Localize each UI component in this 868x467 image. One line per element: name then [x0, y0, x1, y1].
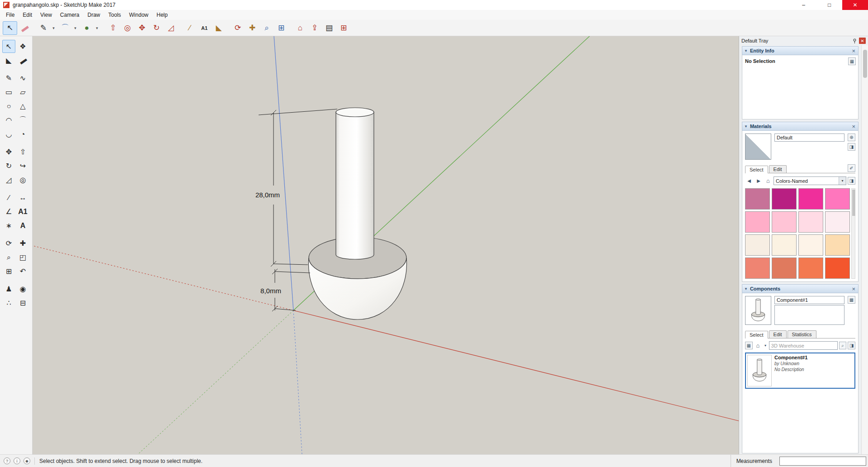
viewport[interactable]: 28,0mm 8,0mm [33, 36, 739, 454]
back-button[interactable]: ◀ [745, 177, 753, 185]
push-pull-tool-button[interactable]: ⇧ [106, 21, 120, 35]
forward-button[interactable]: ▶ [755, 177, 763, 185]
color-swatch[interactable] [798, 257, 823, 279]
components-tab-statistics[interactable]: Statistics [788, 330, 816, 338]
user-icon[interactable]: ☻ [24, 457, 30, 464]
position-camera-tool[interactable]: ♟ [2, 282, 15, 295]
color-swatch[interactable] [825, 234, 850, 256]
color-swatch[interactable] [825, 257, 850, 279]
dimension-8mm[interactable]: 8,0mm [260, 269, 310, 311]
view-options-button[interactable]: ▦ [745, 342, 753, 349]
maximize-button[interactable]: □ [816, 0, 842, 10]
color-swatch[interactable] [745, 211, 770, 233]
component-description-box[interactable] [774, 305, 844, 325]
menu-draw[interactable]: Draw [84, 10, 104, 19]
dimension-tool[interactable]: ↔ [16, 191, 29, 204]
tape-measure-tool-button[interactable]: ∕ [183, 21, 197, 35]
paint-bucket-tool-button[interactable]: ◣ [212, 21, 226, 35]
zoom-extents-button[interactable]: ⊞ [274, 21, 288, 35]
zoom-extents-tool[interactable]: ⊞ [2, 265, 15, 278]
rotate-tool[interactable]: ↻ [2, 159, 15, 172]
measurements-input[interactable] [779, 457, 866, 466]
menu-file[interactable]: File [2, 10, 19, 19]
arc-tool[interactable]: ⌒ [16, 114, 29, 127]
text-tool[interactable]: A1 [16, 205, 29, 218]
component-preview[interactable] [745, 296, 771, 325]
paint-bucket-tool[interactable]: ◣ [2, 54, 15, 67]
extension-warehouse-button[interactable]: ⊞ [336, 21, 351, 35]
3d-warehouse-button[interactable]: ⌂ [293, 21, 307, 35]
material-secondary-pane-button[interactable]: ◨ [848, 143, 855, 151]
pin-icon[interactable] [851, 37, 858, 44]
freehand-tool[interactable]: ∿ [16, 71, 29, 85]
color-swatch[interactable] [798, 211, 823, 233]
tray-scrollbar[interactable] [861, 45, 868, 454]
shapes-tool-dropdown-icon[interactable]: ▾ [94, 21, 100, 35]
line-tool-dropdown-icon[interactable]: ▾ [51, 21, 57, 35]
make-component-tool[interactable]: ❖ [16, 40, 29, 53]
in-model-button[interactable]: ⌂ [764, 177, 772, 185]
components-pane-toggle-button[interactable]: ◨ [848, 342, 855, 349]
arc-tool-button[interactable]: ⌒ [58, 21, 72, 35]
previous-view-tool[interactable]: ↶ [16, 265, 29, 278]
share-model-button[interactable]: ⇪ [307, 21, 322, 35]
chevron-down-icon[interactable]: ▾ [839, 177, 846, 185]
look-around-tool[interactable]: ◉ [16, 282, 29, 295]
swatch-scrollbar-thumb[interactable] [852, 190, 855, 216]
send-to-layout-button[interactable]: ▤ [322, 21, 336, 35]
color-swatch[interactable] [772, 257, 797, 279]
color-swatch[interactable] [745, 257, 770, 279]
menu-window[interactable]: Window [125, 10, 153, 19]
entity-details-button[interactable]: ▦ [848, 57, 856, 65]
move-tool-button[interactable]: ✥ [135, 21, 149, 35]
3d-warehouse-search-input[interactable] [769, 341, 838, 350]
eraser-tool[interactable]: ▬ [14, 51, 32, 69]
pan-tool-button[interactable]: ✚ [245, 21, 259, 35]
color-swatch[interactable] [825, 211, 850, 233]
create-material-button[interactable]: ⊕ [848, 133, 855, 141]
component-list-item[interactable]: Component#1 by Unknown No Description [745, 353, 855, 389]
menu-camera[interactable]: Camera [56, 10, 84, 19]
color-swatch[interactable] [772, 188, 797, 210]
color-swatch[interactable] [772, 234, 797, 256]
collapse-arrow-icon[interactable]: ▼ [744, 124, 748, 129]
tape-measure-tool[interactable]: ∕ [2, 191, 15, 204]
component-name-field[interactable] [774, 296, 844, 304]
tray-scrollbar-thumb[interactable] [863, 50, 867, 78]
move-tool[interactable]: ✥ [2, 145, 15, 158]
zoom-window-tool[interactable]: ◰ [16, 251, 29, 264]
menu-tools[interactable]: Tools [104, 10, 125, 19]
minimize-button[interactable]: – [791, 0, 816, 10]
offset-tool[interactable]: ◎ [16, 173, 29, 186]
orbit-tool[interactable]: ⟳ [2, 237, 15, 250]
materials-header[interactable]: ▼ Materials × [742, 122, 859, 131]
material-name-field[interactable] [774, 133, 844, 142]
materials-pane-toggle-button[interactable]: ◨ [848, 177, 855, 185]
follow-me-tool[interactable]: ↪ [16, 159, 29, 172]
color-swatch[interactable] [745, 234, 770, 256]
line-tool-button[interactable]: ✎ [36, 21, 51, 35]
protractor-tool[interactable]: ∠ [2, 205, 15, 218]
materials-close-icon[interactable]: × [851, 123, 856, 130]
eraser-tool-button[interactable]: ▬ [14, 18, 34, 38]
materials-collection-dropdown[interactable]: Colors-Named ▾ [774, 176, 846, 185]
circle-tool[interactable]: ○ [2, 100, 15, 113]
components-header[interactable]: ▼ Components × [742, 284, 859, 293]
polygon-tool[interactable]: △ [16, 100, 29, 113]
push-pull-tool[interactable]: ⇧ [16, 145, 29, 158]
sample-paint-button[interactable]: ✐ [848, 164, 855, 172]
walk-tool[interactable]: ∴ [2, 296, 15, 310]
component-details-button[interactable]: ▦ [848, 296, 855, 304]
color-swatch[interactable] [798, 234, 823, 256]
arc-tool-dropdown-icon[interactable]: ▾ [72, 21, 78, 35]
materials-tab-edit[interactable]: Edit [769, 165, 787, 173]
pie-tool[interactable]: ◔ [16, 128, 29, 141]
offset-tool-button[interactable]: ◎ [120, 21, 135, 35]
color-swatch[interactable] [772, 211, 797, 233]
section-plane-tool[interactable]: ⊟ [16, 296, 29, 310]
three-point-arc-tool[interactable]: ◡ [2, 128, 15, 141]
pan-tool[interactable]: ✚ [16, 237, 29, 250]
menu-help[interactable]: Help [152, 10, 172, 19]
entity-info-close-icon[interactable]: × [851, 48, 856, 54]
zoom-tool-button[interactable]: ⌕ [259, 21, 274, 35]
